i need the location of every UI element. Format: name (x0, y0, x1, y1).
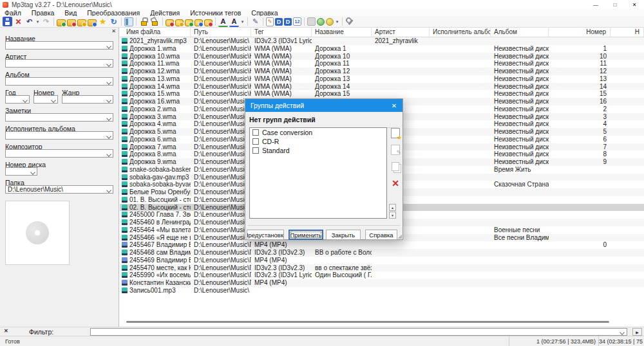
filter-close-icon[interactable]: ✕ (4, 328, 8, 334)
field-combo-7-0[interactable] (5, 167, 37, 176)
menu-item-0[interactable]: Файл (0, 9, 26, 17)
filter-dropdown-icon[interactable] (620, 330, 625, 335)
column-header-title[interactable]: Название (312, 28, 372, 37)
table-row[interactable]: Дорожка 10.wmaD:\Lenouser\Music\Har...WM… (120, 53, 644, 60)
chevron-down-icon[interactable] (106, 134, 111, 139)
chevron-down-icon[interactable] (106, 116, 111, 121)
table-row[interactable]: Дорожка 15.wmaD:\Lenouser\Music\Har...WM… (120, 90, 644, 98)
tag-merge-icon[interactable] (194, 19, 203, 26)
action-group-item[interactable]: CD-R (250, 137, 386, 146)
edit-tag-icon[interactable]: ✎ (251, 17, 260, 26)
column-header-file[interactable]: Имя файла (120, 28, 191, 37)
field-combo-2-0[interactable] (5, 77, 113, 86)
folder-archive-icon[interactable] (77, 19, 86, 26)
edit-action-group-button[interactable] (390, 144, 401, 156)
chevron-down-icon[interactable] (106, 80, 111, 85)
table-row[interactable]: Дорожка 1.wmaD:\Lenouser\Music\Har...WMA… (120, 45, 644, 53)
web-source-alt-icon[interactable] (326, 18, 334, 26)
column-header-artist[interactable]: Артист (372, 28, 430, 37)
chevron-down-icon[interactable] (30, 170, 35, 175)
column-header-aartist[interactable]: Исполнитель альбома (430, 28, 491, 37)
id3v12-icon[interactable]: 12 (293, 17, 301, 26)
copy-action-group-button[interactable] (390, 161, 401, 172)
checkbox-unchecked-icon[interactable] (252, 129, 259, 136)
table-row[interactable]: 2455470 месте, как Кас...D:\Lenouser\Mus… (120, 264, 644, 272)
tag-copy-icon[interactable] (175, 19, 184, 26)
apply-button[interactable]: Применить (289, 230, 323, 240)
chevron-down-icon[interactable] (106, 62, 111, 67)
close-button[interactable]: Закрыть (326, 230, 361, 240)
column-header-h9[interactable]: Н (611, 28, 644, 37)
column-header-tag[interactable]: Тег (251, 28, 312, 37)
presets-button[interactable]: Предустановки (247, 230, 284, 240)
maximize-button[interactable]: □ (605, 0, 625, 9)
tag-panel-toggle-icon[interactable] (124, 17, 133, 26)
menu-item-2[interactable]: Вид (59, 9, 82, 17)
field-combo-4-0[interactable] (5, 113, 113, 122)
options-wrench-icon[interactable] (345, 17, 355, 26)
tag-remove-icon[interactable] (204, 19, 213, 26)
minimize-button[interactable]: — (586, 0, 605, 9)
move-down-button[interactable]: ▼ (389, 212, 396, 219)
delete-action-group-button[interactable]: ✕ (390, 178, 401, 189)
column-header-album[interactable]: Альбом (491, 28, 549, 37)
field-combo-3-0[interactable] (5, 95, 30, 104)
tag-paste-icon[interactable] (185, 19, 193, 26)
chevron-down-icon[interactable] (106, 152, 111, 157)
table-row[interactable]: 2455469 Владимир Выс...D:\Lenouser\Music… (120, 257, 644, 264)
refresh-icon[interactable]: ↻ (109, 17, 118, 26)
redo-icon[interactable]: ↷ (41, 17, 51, 26)
undo-caret-icon[interactable]: ▾ (35, 17, 40, 26)
web-source-icon[interactable] (317, 18, 325, 26)
menu-item-1[interactable]: Правка (26, 9, 59, 17)
remove-tag-icon[interactable]: ✕ (14, 17, 23, 26)
dialog-resize-grip[interactable] (397, 234, 402, 239)
chevron-down-icon[interactable] (106, 44, 111, 49)
unlock-icon[interactable] (150, 17, 160, 26)
tag-cut-icon[interactable] (166, 19, 174, 26)
table-row[interactable]: 2021_zhyravlik.mp3D:\Lenouser\Music\ID3v… (120, 37, 644, 45)
menu-item-6[interactable]: Справка (246, 9, 283, 17)
field-combo-5-0[interactable] (5, 131, 113, 140)
lock-icon[interactable] (139, 17, 149, 26)
field-combo-8-0[interactable]: D:\Lenouser\Music\ (5, 185, 113, 194)
case-conversion-alt-icon[interactable]: A (229, 16, 239, 27)
discogs-icon[interactable]: D (275, 18, 283, 26)
field-combo-3-1[interactable] (33, 95, 58, 104)
help-button[interactable]: Справка (365, 230, 397, 240)
favorites-star-icon[interactable]: ★ (98, 17, 108, 26)
horizontal-scrollbar-thumb[interactable] (126, 321, 609, 323)
field-combo-1-0[interactable] (5, 59, 113, 68)
case-caret-icon[interactable]: ▾ (240, 17, 245, 26)
discogs-alt-icon[interactable]: D (284, 18, 292, 26)
table-row[interactable]: Дорожка 14.wmaD:\Lenouser\Music\Har...WM… (120, 83, 644, 91)
id3-edit-icon[interactable]: ✎ (266, 17, 274, 26)
chevron-down-icon[interactable] (106, 188, 111, 193)
move-up-button[interactable]: ▲ (389, 204, 396, 211)
folder-favorite-icon[interactable] (88, 19, 97, 26)
action-groups-list[interactable]: Case conversionCD-RStandard (249, 127, 387, 219)
table-row[interactable]: 2455468 сам Владимир...D:\Lenouser\Music… (120, 249, 644, 257)
undo-icon[interactable]: ↶ (24, 17, 34, 26)
tag-panel-close-icon[interactable]: ✕ (111, 28, 116, 34)
new-action-group-button[interactable] (390, 127, 401, 139)
column-header-path[interactable]: Путь (191, 28, 251, 37)
filter-expand-button[interactable]: ▶ (632, 328, 642, 336)
action-group-item[interactable]: Standard (250, 146, 386, 155)
table-row[interactable]: Запись001.mp3D:\Lenouser\Music\ (120, 287, 644, 295)
menu-item-4[interactable]: Действия (145, 9, 185, 17)
dialog-close-icon[interactable]: ✕ (386, 99, 402, 112)
web-caret-icon[interactable]: ▾ (335, 17, 339, 26)
field-combo-3-2[interactable] (62, 95, 113, 104)
close-button[interactable]: ✕ (625, 0, 644, 9)
table-row[interactable]: 2455990 «Их восемь, н...D:\Lenouser\Musi… (120, 271, 644, 279)
table-row[interactable]: Дорожка 11.wmaD:\Lenouser\Music\Har...WM… (120, 60, 644, 68)
menu-item-5[interactable]: Источники тегов (185, 9, 246, 17)
table-row[interactable]: 2455467 Владимир Выс...D:\Lenouser\Music… (120, 241, 644, 249)
chevron-down-icon[interactable] (23, 98, 28, 103)
column-header-track[interactable]: Номер (549, 28, 611, 37)
chevron-down-icon[interactable] (106, 98, 111, 103)
chevron-down-icon[interactable] (51, 98, 56, 103)
table-row[interactable]: Константин Казански ...D:\Lenouser\Music… (120, 279, 644, 287)
save-tag-icon[interactable] (3, 17, 12, 26)
